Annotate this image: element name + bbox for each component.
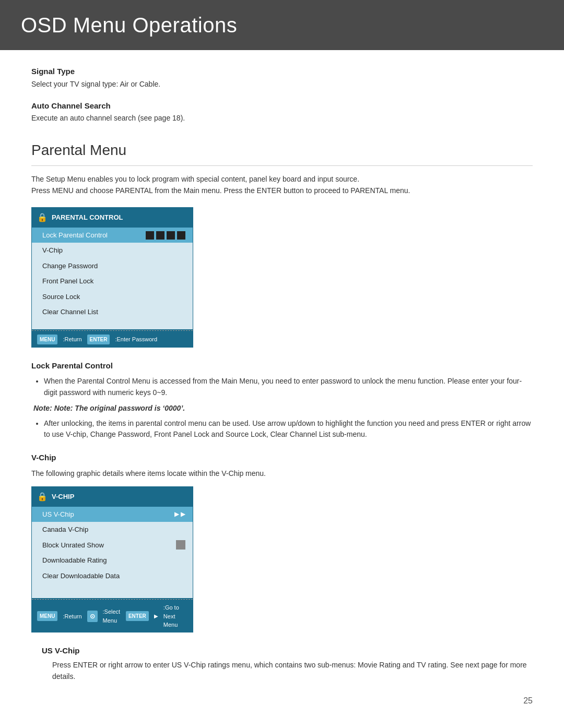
lock-parental-bullet2: After unlocking, the items in parental c…	[44, 418, 533, 440]
enter-btn: ENTER	[87, 335, 110, 344]
lock-parental-bullets2: After unlocking, the items in parental c…	[31, 418, 533, 440]
vchip-heading: V-Chip	[31, 452, 533, 464]
parental-item-change-password[interactable]: Change Password	[32, 258, 193, 274]
auto-channel-desc: Execute an auto channel search (see page…	[31, 113, 533, 124]
osd-parental-title: PARENTAL CONTROL	[52, 212, 123, 223]
lock-icon: 🔒	[37, 211, 48, 224]
signal-type-title: Signal Type	[31, 66, 533, 78]
vchip-dashes	[32, 599, 193, 600]
auto-channel-section: Auto Channel Search Execute an auto chan…	[31, 100, 533, 124]
lock-parental-bullets: When the Parental Control Menu is access…	[31, 376, 533, 398]
vchip-item-downloadable-rating[interactable]: Downloadable Rating	[32, 553, 193, 568]
pwd-box-4	[177, 231, 185, 240]
vchip-osd-footer: MENU :Return ⊙ :Select Menu ENTER ▶ :Go …	[32, 601, 193, 632]
block-checkbox	[176, 540, 185, 550]
us-vchip-heading: US V-Chip	[42, 645, 533, 657]
us-vchip-desc: Press ENTER or right arrow to enter US V…	[52, 660, 533, 682]
vchip-menu-btn: MENU	[37, 611, 57, 621]
vchip-osd-title: V-CHIP	[52, 492, 74, 502]
parental-item-clear-channel[interactable]: Clear Channel List	[32, 304, 193, 320]
arrows-icon: ▶ ▶	[174, 509, 185, 519]
page-number: 25	[523, 695, 533, 707]
vchip-item-us[interactable]: US V-Chip ▶ ▶	[32, 507, 193, 522]
vchip-item-canada[interactable]: Canada V-Chip	[32, 522, 193, 538]
password-boxes	[146, 231, 185, 240]
parental-item-front-panel-lock[interactable]: Front Panel Lock	[32, 273, 193, 289]
note-text: Note: Note: The original password is ‘00…	[31, 403, 533, 414]
vchip-item-clear-downloadable[interactable]: Clear Downloadable Data	[32, 568, 193, 584]
pwd-box-3	[167, 231, 175, 240]
parental-osd-footer: MENU :Return ENTER :Enter Password	[32, 332, 193, 347]
page-title: OSD Menu Operations	[21, 9, 543, 41]
parental-control-osd-box: 🔒 PARENTAL CONTROL Lock Parental Control…	[31, 207, 193, 348]
parental-item-vchip[interactable]: V-Chip	[32, 243, 193, 258]
vchip-menu-items: US V-Chip ▶ ▶ Canada V-Chip Block Unrate…	[32, 507, 193, 599]
page-header: OSD Menu Operations	[0, 0, 564, 50]
signal-type-section: Signal Type Select your TV signal type: …	[31, 66, 533, 90]
lock-parental-heading: Lock Parental Control	[31, 360, 533, 372]
vchip-intro: The following graphic details where item…	[31, 468, 533, 479]
osd-dashes	[32, 330, 193, 331]
lock-parental-bullet1: When the Parental Control Menu is access…	[44, 376, 533, 398]
content-area: Signal Type Select your TV signal type: …	[0, 66, 564, 703]
pwd-box-2	[156, 231, 164, 240]
vchip-item-block-unrated[interactable]: Block Unrated Show	[32, 538, 193, 553]
parental-item-source-lock[interactable]: Source Lock	[32, 289, 193, 305]
parental-menu-heading: Parental Menu	[31, 139, 533, 166]
vchip-enter-btn: ENTER	[126, 611, 149, 621]
note-content: Note: The original password is ‘0000’.	[54, 404, 185, 412]
menu-btn: MENU	[37, 335, 57, 344]
parental-item-lock[interactable]: Lock Parental Control	[32, 228, 193, 243]
vchip-lock-icon: 🔒	[37, 491, 48, 503]
vchip-select-btn: ⊙	[87, 611, 98, 622]
parental-intro: The Setup Menu enables you to lock progr…	[31, 173, 533, 197]
vchip-osd-box: 🔒 V-CHIP US V-Chip ▶ ▶ Canada V-Chip Blo…	[31, 486, 193, 632]
auto-channel-title: Auto Channel Search	[31, 100, 533, 112]
signal-type-desc: Select your TV signal type: Air or Cable…	[31, 79, 533, 90]
parental-menu-items: Lock Parental Control V-Chip Change Pass…	[32, 228, 193, 329]
pwd-box-1	[146, 231, 154, 240]
us-vchip-section: US V-Chip Press ENTER or right arrow to …	[42, 645, 533, 683]
